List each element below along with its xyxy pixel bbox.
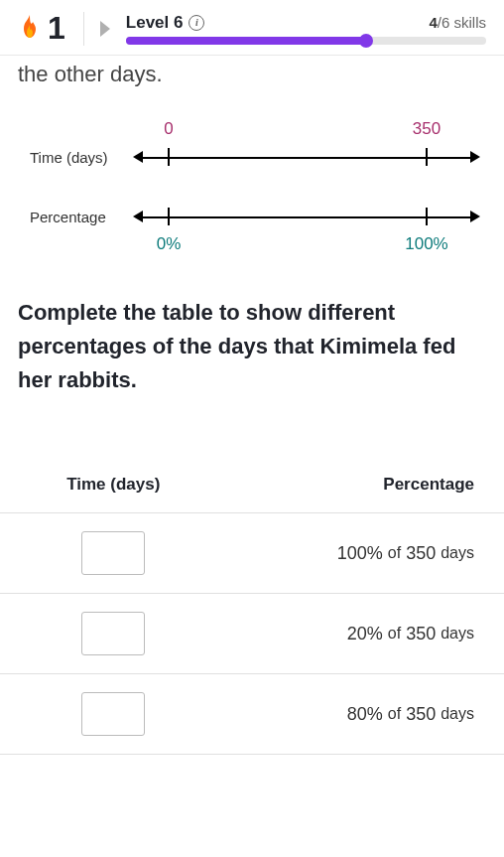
nline-value: 0 xyxy=(164,119,173,139)
fire-icon xyxy=(18,13,42,45)
table-header: Time (days) Percentage xyxy=(0,457,504,513)
table-row: 100% of 350 days xyxy=(0,513,504,594)
pct-cell: 100% of 350 days xyxy=(227,513,504,593)
streak-count: 1 xyxy=(48,10,65,47)
tick-end xyxy=(426,148,428,166)
time-input-0[interactable] xyxy=(81,531,145,575)
header-time: Time (days) xyxy=(0,457,227,512)
table-row: 20% of 350 days xyxy=(0,594,504,674)
skills-count: 4/6 skills xyxy=(429,14,486,31)
question-prompt: Complete the table to show different per… xyxy=(0,256,504,417)
header-bar: 1 Level 6 i 4/6 skills xyxy=(0,0,504,56)
level-label: Level 6 i xyxy=(126,13,205,33)
answer-table: Time (days) Percentage 100% of 350 days … xyxy=(0,457,504,755)
progress-fill xyxy=(126,37,366,45)
number-line-time: Time (days) 0 350 xyxy=(30,147,474,167)
header-pct: Percentage xyxy=(227,457,504,512)
nline-value: 100% xyxy=(405,234,447,254)
arrow-right-icon xyxy=(470,151,480,163)
level-block: Level 6 i 4/6 skills xyxy=(126,13,486,45)
number-line-percentage: Percentage 0% 100% xyxy=(30,207,474,226)
tick-end xyxy=(426,208,428,225)
pct-cell: 80% of 350 days xyxy=(227,674,504,754)
streak-indicator: 1 xyxy=(18,10,65,47)
time-input-2[interactable] xyxy=(81,692,145,736)
table-row: 80% of 350 days xyxy=(0,674,504,755)
play-button[interactable] xyxy=(98,20,112,38)
tick-start xyxy=(168,208,170,225)
nline-value: 0% xyxy=(157,234,182,254)
pct-cell: 20% of 350 days xyxy=(227,594,504,673)
nline-label-pct: Percentage xyxy=(30,209,106,225)
nline-axis xyxy=(139,157,474,159)
nline-value: 350 xyxy=(413,119,441,139)
progress-handle xyxy=(359,34,373,48)
number-line-diagram: Time (days) 0 350 Percentage 0% 100% xyxy=(0,97,504,256)
previous-text-fragment: the other days. xyxy=(0,56,504,97)
arrow-left-icon xyxy=(133,211,143,222)
divider xyxy=(83,12,84,46)
arrow-right-icon xyxy=(470,211,480,222)
progress-bar xyxy=(126,37,486,45)
info-icon[interactable]: i xyxy=(189,15,204,31)
tick-start xyxy=(168,148,170,166)
nline-axis xyxy=(139,216,474,218)
arrow-left-icon xyxy=(133,151,143,163)
time-input-1[interactable] xyxy=(81,612,145,655)
nline-label-time: Time (days) xyxy=(30,149,108,166)
